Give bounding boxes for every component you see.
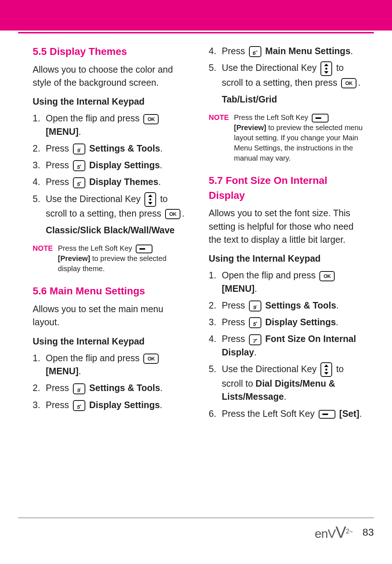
display-themes-label: Display Themes [89,177,158,187]
set-label: [Set] [339,408,360,419]
subhead-5-5: Using the Internal Keypad [33,95,187,108]
text: Use the Directional Key [222,63,319,73]
step-5-5-4: Press 5* Display Themes. [33,175,187,188]
section-5-7: 5.7 Font Size On Internal Display Allows… [209,173,363,420]
settings-tools-label: Settings & Tools [265,300,336,310]
text: Press [222,300,248,310]
note-5-5: NOTE Press the Left Soft Key [Preview] t… [33,243,187,274]
heading-display-themes: 5.5 Display Themes [33,44,187,59]
options-5-5: Classic/Slick Black/Wall/Wave [33,223,187,237]
heading-main-menu-settings: 5.6 Main Menu Settings [33,284,187,299]
note-label: NOTE [209,112,229,163]
settings-tools-label: Settings & Tools [89,143,160,153]
text: Open the flip and press [46,353,142,363]
step-5-6-4: Press 6^ Main Menu Settings. [209,44,363,57]
ok-icon: OK [341,78,356,88]
step-5-5-5: Use the Directional Key to scroll to a s… [33,192,187,220]
preview-label: [Preview] [234,124,266,132]
intro-5-7: Allows you to set the font size. This se… [209,206,363,246]
menu-label: [MENU] [222,283,254,294]
text: Press the Left Soft Key [58,244,134,252]
step-5-7-6: Press the Left Soft Key [Set]. [209,407,363,420]
intro-5-5: Allows you to choose the color and style… [33,63,187,89]
soft-key-icon [319,410,335,419]
text: Press [46,177,72,187]
ok-icon: OK [143,354,159,364]
directional-key-icon [320,362,332,377]
key-7-icon: 7* [249,334,261,345]
main-menu-settings-label: Main Menu Settings [265,46,351,56]
preview-label: [Preview] [58,254,90,262]
key-9-icon: 9' [73,383,85,394]
text: Press [222,46,248,56]
display-settings-label: Display Settings [89,400,160,410]
text: Press [46,383,72,393]
text: Press [222,317,248,327]
env-logo: enVV2™ [315,523,352,541]
key-5-icon: 5* [73,177,85,188]
key-9-icon: 9' [249,301,261,311]
note-text: Press the Left Soft Key [Preview] to pre… [58,243,187,274]
key-6-icon: 6^ [249,46,261,57]
step-5-7-1: Open the flip and press OK [MENU]. [209,269,363,295]
subhead-5-6: Using the Internal Keypad [33,335,187,348]
text: Press [222,334,248,344]
directional-key-icon [144,192,156,207]
text: Open the flip and press [46,113,142,123]
header-bar [0,0,392,31]
step-5-7-3: Press 5* Display Settings. [209,315,363,329]
note-text: Press the Left Soft Key [Preview] to pre… [234,112,363,163]
key-5-icon: 5* [73,160,85,171]
text: Press [46,160,72,170]
intro-5-6: Allows you to set the main menu layout. [33,302,187,329]
key-5-icon: 5* [249,317,261,328]
steps-5-7: Open the flip and press OK [MENU]. Press… [209,269,363,420]
display-settings-label: Display Settings [89,160,160,170]
page-footer: enVV2™ 83 [18,517,374,541]
step-5-5-2: Press 9' Settings & Tools. [33,142,187,155]
text: Press [46,143,72,153]
text: Press [46,400,72,410]
note-label: NOTE [33,243,53,274]
text: Press the Left Soft Key [234,113,310,121]
step-5-7-2: Press 9' Settings & Tools. [209,299,363,312]
key-9-icon: 9' [73,144,85,154]
section-5-5: 5.5 Display Themes Allows you to choose … [33,44,187,274]
text: Press the Left Soft Key [222,408,317,419]
text: Use the Directional Key [222,364,319,374]
ok-icon: OK [319,271,335,281]
steps-5-5: Open the flip and press OK [MENU]. Press… [33,112,187,220]
soft-key-icon [312,114,328,122]
step-5-5-3: Press 5* Display Settings. [33,158,187,172]
step-5-5-1: Open the flip and press OK [MENU]. [33,112,187,138]
text: Open the flip and press [222,270,318,280]
text: Use the Directional Key [46,194,143,204]
note-5-6: NOTE Press the Left Soft Key [Preview] t… [209,112,363,163]
ok-icon: OK [165,209,180,219]
step-5-6-3: Press 5* Display Settings. [33,398,187,411]
soft-key-icon [136,245,152,253]
options-5-6: Tab/List/Grid [209,93,363,106]
ok-icon: OK [143,114,159,124]
step-5-6-5: Use the Directional Key to scroll to a s… [209,61,363,89]
menu-label: [MENU] [46,366,78,376]
directional-key-icon [320,61,332,76]
step-5-6-1: Open the flip and press OK [MENU]. [33,351,187,378]
key-5-icon: 5* [73,400,85,411]
subhead-5-7: Using the Internal Keypad [209,252,363,265]
step-5-7-5: Use the Directional Key to scroll to Dia… [209,362,363,403]
step-5-7-4: Press 7* Font Size On Internal Display. [209,332,363,359]
page-number: 83 [363,527,374,538]
page-content: 5.5 Display Themes Allows you to choose … [0,33,392,423]
display-settings-label: Display Settings [265,317,336,327]
menu-label: [MENU] [46,126,78,137]
settings-tools-label: Settings & Tools [89,383,160,393]
step-5-6-2: Press 9' Settings & Tools. [33,381,187,394]
heading-font-size: 5.7 Font Size On Internal Display [209,173,363,203]
